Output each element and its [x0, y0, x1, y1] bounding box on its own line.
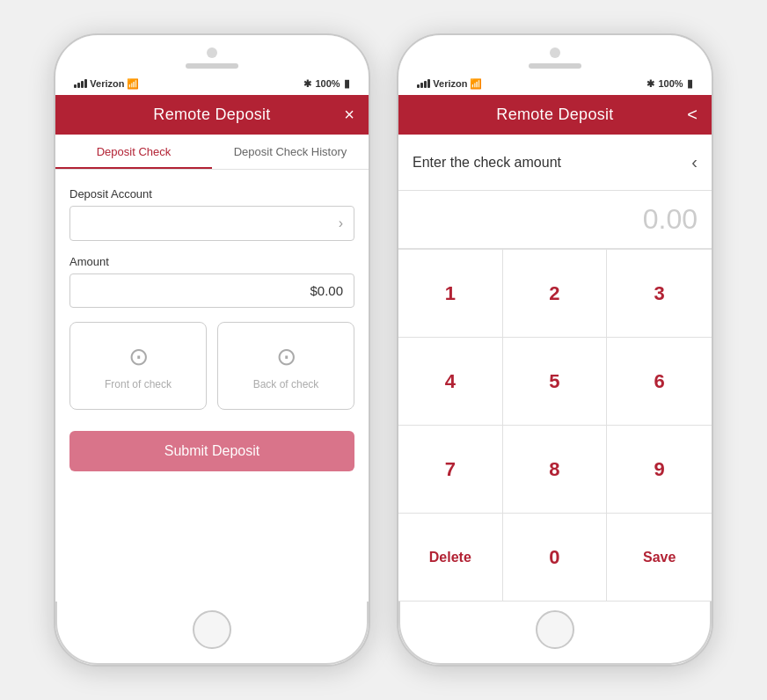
battery-percent: 100%	[315, 78, 340, 89]
signal-bars	[74, 79, 87, 88]
camera-icon-front: ⊙	[128, 342, 149, 371]
volume-down-button-2	[397, 215, 398, 259]
tab-deposit-check[interactable]: Deposit Check	[55, 135, 212, 169]
earpiece-speaker	[186, 63, 238, 69]
deposit-account-label: Deposit Account	[69, 187, 354, 201]
bluetooth-icon-2: ✱	[646, 78, 654, 90]
back-button-2[interactable]: <	[687, 105, 698, 125]
amount-value-row: 0.00	[398, 191, 712, 249]
signal-bar-2-3	[424, 81, 427, 88]
front-check-photo[interactable]: ⊙ Front of check	[69, 322, 207, 410]
front-check-label: Front of check	[105, 378, 172, 390]
numpad: 1 2 3 4 5 6 7 8 9 Delete 0 Save	[398, 249, 712, 602]
home-button-1[interactable]	[193, 610, 231, 649]
numpad-key-6[interactable]: 6	[607, 338, 712, 426]
signal-bar-2	[77, 83, 80, 88]
phone-top-bar: Verizon 📶 ✱ 100% ▮	[55, 35, 369, 95]
tab-deposit-check-history[interactable]: Deposit Check History	[212, 135, 369, 169]
status-bar-2: Verizon 📶 ✱ 100% ▮	[417, 76, 692, 95]
battery-icon-2: ▮	[687, 77, 693, 90]
submit-deposit-button[interactable]: Submit Deposit	[69, 431, 354, 471]
status-right-2: ✱ 100% ▮	[646, 77, 692, 90]
carrier-name-2: Verizon	[433, 78, 467, 89]
amount-prompt-label: Enter the check amount	[413, 155, 561, 171]
numpad-key-7[interactable]: 7	[398, 426, 503, 514]
amount-field-group: Amount $0.00	[69, 255, 354, 308]
wifi-icon-2: 📶	[470, 78, 482, 90]
numpad-key-save[interactable]: Save	[607, 514, 712, 602]
app-title-1: Remote Deposit	[153, 106, 270, 124]
back-check-label: Back of check	[253, 378, 319, 390]
numpad-key-0[interactable]: 0	[503, 514, 608, 602]
phone-bottom-1	[55, 602, 369, 665]
phone-2: Verizon 📶 ✱ 100% ▮ Remote Deposit < Ente…	[397, 33, 713, 667]
tab-bar-1: Deposit Check Deposit Check History	[55, 135, 369, 170]
numpad-key-8[interactable]: 8	[503, 426, 608, 514]
numpad-key-4[interactable]: 4	[398, 338, 503, 426]
camera-icon-back: ⊙	[276, 342, 296, 371]
signal-bar-4	[84, 79, 87, 88]
phone-bottom-2	[398, 602, 712, 665]
volume-up-button-2	[397, 163, 398, 207]
phone-top-bar-2: Verizon 📶 ✱ 100% ▮	[398, 35, 712, 95]
amount-prompt-row: Enter the check amount ‹	[398, 135, 712, 191]
app-header-1: Remote Deposit ×	[55, 95, 369, 135]
app-screen-1: Remote Deposit × Deposit Check Deposit C…	[55, 95, 369, 602]
amount-label: Amount	[69, 255, 354, 268]
status-right: ✱ 100% ▮	[303, 77, 349, 90]
battery-icon: ▮	[344, 77, 350, 90]
deposit-account-field-group: Deposit Account ›	[69, 187, 354, 241]
signal-bar-2-1	[417, 84, 420, 88]
check-photos-group: ⊙ Front of check ⊙ Back of check	[69, 322, 354, 410]
status-left: Verizon 📶	[74, 78, 139, 90]
status-bar: Verizon 📶 ✱ 100% ▮	[74, 76, 349, 95]
numpad-key-delete[interactable]: Delete	[398, 514, 503, 602]
numpad-key-1[interactable]: 1	[398, 250, 503, 338]
app-content-1: Deposit Account › Amount $0.00 ⊙ Front o…	[55, 170, 369, 602]
signal-bar-2-4	[427, 79, 430, 88]
signal-bar-3	[81, 81, 84, 88]
chevron-right-icon: ›	[339, 215, 343, 231]
battery-percent-2: 100%	[658, 78, 683, 89]
volume-up-button	[54, 163, 55, 207]
signal-bar-2-2	[420, 83, 423, 88]
numpad-key-3[interactable]: 3	[607, 250, 712, 338]
carrier-name: Verizon	[90, 78, 124, 89]
volume-down-button	[54, 215, 55, 259]
numpad-key-2[interactable]: 2	[503, 250, 608, 338]
back-check-photo[interactable]: ⊙ Back of check	[217, 322, 354, 410]
wifi-icon: 📶	[127, 78, 139, 90]
app-title-2: Remote Deposit	[496, 106, 613, 124]
status-left-2: Verizon 📶	[417, 78, 482, 90]
close-button-1[interactable]: ×	[344, 105, 354, 125]
bluetooth-icon: ✱	[303, 78, 311, 90]
front-camera-2	[550, 47, 560, 58]
amount-display-value: 0.00	[413, 203, 698, 236]
deposit-account-input[interactable]: ›	[69, 206, 354, 241]
amount-back-chevron[interactable]: ‹	[691, 152, 698, 172]
phone-1: Verizon 📶 ✱ 100% ▮ Remote Deposit × Depo…	[54, 33, 370, 667]
numpad-key-5[interactable]: 5	[503, 338, 608, 426]
signal-bar-1	[74, 84, 77, 88]
app-screen-2: Remote Deposit < Enter the check amount …	[398, 95, 712, 602]
amount-input[interactable]: $0.00	[69, 273, 354, 308]
numpad-key-9[interactable]: 9	[607, 426, 712, 514]
power-button-2	[712, 141, 713, 193]
earpiece-speaker-2	[529, 63, 581, 69]
app-header-2: Remote Deposit <	[398, 95, 712, 135]
power-button	[369, 141, 370, 193]
home-button-2[interactable]	[536, 610, 574, 649]
front-camera	[207, 47, 217, 58]
signal-bars-2	[417, 79, 430, 88]
